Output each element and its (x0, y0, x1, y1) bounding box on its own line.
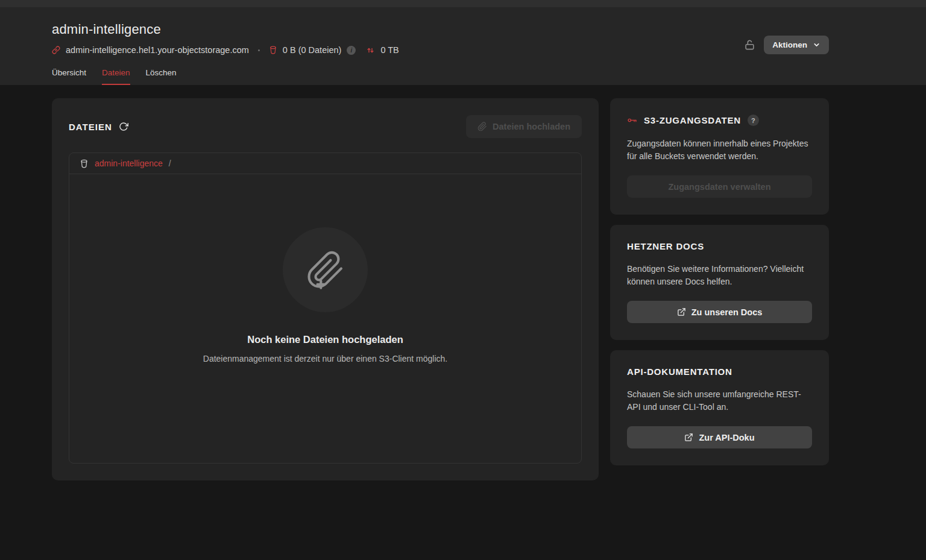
tab-loeschen[interactable]: Löschen (146, 68, 177, 85)
files-card: DATEIEN Dateien hochladen (52, 98, 599, 480)
bucket-icon (269, 46, 277, 54)
content-area: DATEIEN Dateien hochladen (52, 98, 926, 480)
api-docs-text: Schauen Sie sich unsere umfangreiche RES… (627, 388, 812, 414)
actions-button[interactable]: Aktionen (764, 36, 829, 54)
breadcrumb-separator: / (169, 159, 171, 168)
paperclip-plus-icon (283, 227, 368, 312)
upload-files-button-label: Dateien hochladen (493, 122, 570, 131)
info-icon[interactable]: i (347, 46, 356, 55)
hetzner-docs-card: HETZNER DOCS Benötigen Sie weitere Infor… (610, 225, 829, 340)
bucket-icon (80, 159, 89, 168)
bucket-header: admin-intelligence admin-intelligence.he… (0, 7, 926, 85)
file-browser: admin-intelligence / Noch keine Dateien … (69, 153, 582, 464)
tab-uebersicht[interactable]: Übersicht (52, 68, 86, 85)
empty-state-heading: Noch keine Dateien hochgeladen (247, 334, 403, 345)
files-panel-title: DATEIEN (69, 122, 112, 132)
api-docs-link-button-label: Zur API-Doku (699, 433, 754, 442)
s3-credentials-card: S3-ZUGANGSDATEN ? Zugangsdaten können in… (610, 98, 829, 215)
empty-state: Noch keine Dateien hochgeladen Dateienma… (69, 174, 581, 463)
breadcrumb-bucket-link[interactable]: admin-intelligence (95, 159, 163, 168)
traffic-arrows-icon (366, 46, 375, 55)
bucket-tabs: Übersicht Dateien Löschen (52, 68, 177, 85)
docs-link-button-label: Zu unseren Docs (691, 307, 763, 317)
refresh-icon[interactable] (119, 122, 128, 131)
files-card-header: DATEIEN Dateien hochladen (69, 115, 582, 138)
traffic-stat: 0 TB (380, 45, 398, 55)
external-link-icon (677, 307, 686, 316)
link-icon (52, 46, 60, 54)
help-icon[interactable]: ? (748, 115, 759, 126)
s3-credentials-title: S3-ZUGANGSDATEN (644, 115, 741, 125)
object-storage-bucket-page: admin-intelligence admin-intelligence.he… (0, 0, 926, 560)
chevron-down-icon (813, 41, 820, 49)
breadcrumb: admin-intelligence / (69, 153, 581, 174)
api-docs-title: API-DOKUMENTATION (627, 367, 732, 377)
top-strip (0, 0, 926, 7)
api-docs-card: API-DOKUMENTATION Schauen Sie sich unser… (610, 350, 829, 465)
sidebar: S3-ZUGANGSDATEN ? Zugangsdaten können in… (610, 98, 829, 465)
external-link-icon (684, 433, 693, 442)
manage-credentials-button-label: Zugangsdaten verwalten (668, 182, 770, 192)
bucket-url[interactable]: admin-intelligence.hel1.your-objectstora… (66, 45, 249, 55)
s3-credentials-text: Zugangsdaten können innerhalb eines Proj… (627, 137, 812, 163)
bucket-size-stat: 0 B (0 Dateien) (283, 45, 342, 55)
docs-link-button[interactable]: Zu unseren Docs (627, 301, 812, 323)
api-docs-link-button[interactable]: Zur API-Doku (627, 426, 812, 448)
key-icon (627, 115, 637, 125)
separator-dot (258, 49, 260, 51)
hetzner-docs-title: HETZNER DOCS (627, 241, 704, 251)
paperclip-icon (477, 122, 487, 131)
unlock-icon (744, 39, 755, 51)
tab-dateien[interactable]: Dateien (102, 68, 130, 85)
empty-state-subtext: Dateienmanagement ist derzeit nur über e… (203, 354, 447, 363)
hetzner-docs-text: Benötigen Sie weitere Informationen? Vie… (627, 263, 812, 288)
header-actions: Aktionen (744, 36, 829, 54)
actions-button-label: Aktionen (772, 40, 807, 49)
manage-credentials-button[interactable]: Zugangsdaten verwalten (627, 175, 812, 198)
upload-files-button[interactable]: Dateien hochladen (466, 115, 582, 138)
